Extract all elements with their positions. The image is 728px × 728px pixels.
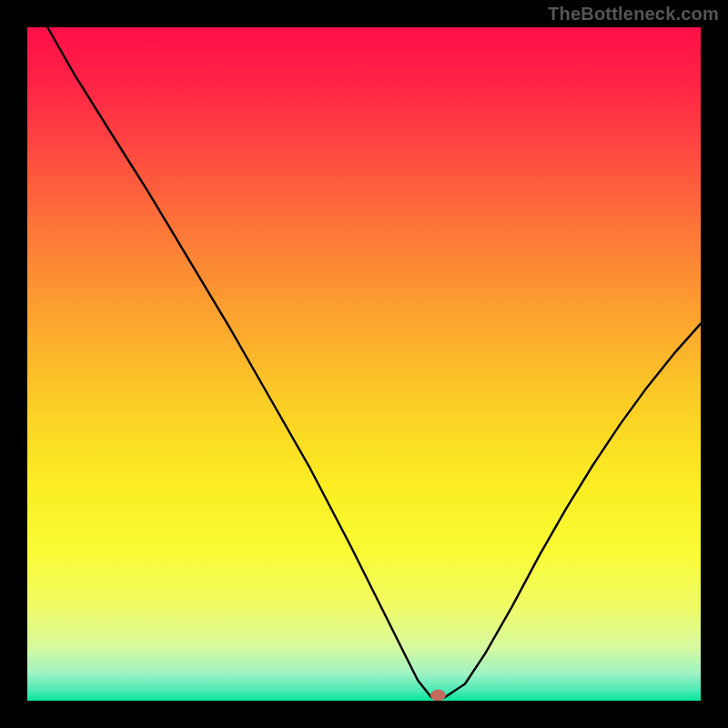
- chart-container: TheBottleneck.com: [0, 0, 728, 728]
- chart-svg: [27, 27, 701, 701]
- gradient-background: [27, 27, 701, 701]
- optimal-marker: [430, 690, 445, 701]
- watermark-text: TheBottleneck.com: [548, 4, 719, 25]
- chart-plot-area: [27, 27, 701, 701]
